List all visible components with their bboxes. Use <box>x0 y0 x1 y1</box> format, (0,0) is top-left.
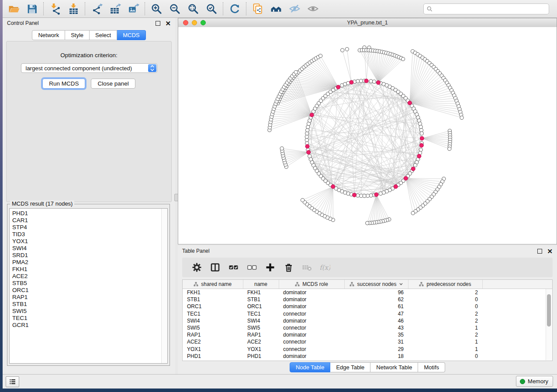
graph-node[interactable] <box>420 132 423 135</box>
cell-predecessor-nodes[interactable]: 0 <box>408 303 482 310</box>
cell-successor-nodes[interactable]: 46 <box>344 317 408 324</box>
deselect-all-button[interactable] <box>246 262 257 273</box>
graph-node[interactable] <box>369 194 373 197</box>
graph-node[interactable] <box>448 147 451 151</box>
column-header-shared-name[interactable]: shared name <box>183 280 243 289</box>
close-panel-icon[interactable]: ✕ <box>165 21 171 26</box>
cell-successor-nodes[interactable]: 35 <box>344 331 408 338</box>
graph-mcds-node[interactable] <box>411 167 415 171</box>
table-scrollbar[interactable] <box>546 289 552 360</box>
network-canvas[interactable] <box>178 27 557 244</box>
zoom-fit-button[interactable] <box>184 1 202 17</box>
graph-mcds-node[interactable] <box>353 193 356 197</box>
mcds-result-item[interactable]: GCR1 <box>12 322 167 329</box>
cell-predecessor-nodes[interactable]: 1 <box>408 324 482 331</box>
cell-shared-name[interactable]: ORC1 <box>183 303 243 310</box>
mcds-result-item[interactable]: PMA2 <box>12 259 167 266</box>
cell-name[interactable]: SWI5 <box>243 324 279 331</box>
graph-node[interactable] <box>419 125 422 129</box>
graph-node[interactable] <box>301 198 304 202</box>
mcds-result-item[interactable]: ORC1 <box>12 287 167 294</box>
cell-name[interactable]: TEC1 <box>243 310 279 317</box>
graph-node[interactable] <box>401 57 405 61</box>
hide-selected-button[interactable] <box>285 1 304 17</box>
close-panel-button[interactable]: Close panel <box>91 79 135 89</box>
graph-node[interactable] <box>341 48 344 52</box>
table-row[interactable]: SWI5SWI5connector431 <box>183 324 552 331</box>
graph-node[interactable] <box>280 147 284 150</box>
cell-name[interactable]: ORC1 <box>243 303 279 310</box>
cell-shared-name[interactable]: RAP1 <box>183 331 243 338</box>
float-table-panel-icon[interactable] <box>537 249 542 254</box>
cell-name[interactable]: PHD1 <box>243 353 279 360</box>
cell-predecessor-nodes[interactable]: 2 <box>408 331 482 338</box>
mcds-result-item[interactable]: SWI5 <box>12 308 167 315</box>
show-columns-button[interactable] <box>209 262 221 273</box>
graph-node[interactable] <box>419 128 423 132</box>
graph-node[interactable] <box>460 116 464 120</box>
graph-node[interactable] <box>305 135 308 138</box>
cell-name[interactable]: YOX1 <box>243 346 279 353</box>
table-row[interactable]: STB1STB1dominator620 <box>183 296 552 303</box>
graph-mcds-node[interactable] <box>376 81 380 85</box>
mcds-result-item[interactable]: TID3 <box>12 231 167 238</box>
graph-node[interactable] <box>414 163 417 167</box>
cell-predecessor-nodes[interactable]: 0 <box>408 296 482 303</box>
cell-successor-nodes[interactable]: 31 <box>344 338 408 345</box>
cell-predecessor-nodes[interactable]: 2 <box>408 310 482 317</box>
cell-predecessor-nodes[interactable]: 2 <box>408 317 482 324</box>
cell-name[interactable]: ACE2 <box>243 338 279 345</box>
mcds-result-item[interactable]: RAP1 <box>12 294 167 301</box>
graph-node[interactable] <box>366 194 370 197</box>
graph-mcds-node[interactable] <box>417 154 421 158</box>
maximize-window-icon[interactable] <box>201 20 206 25</box>
table-row[interactable]: YOX1YOX1connector291 <box>183 346 552 353</box>
graph-node[interactable] <box>359 79 363 83</box>
cell-MCDS-role[interactable]: dominator <box>279 289 344 296</box>
result-list-scrollbar[interactable] <box>161 209 167 363</box>
mcds-result-list[interactable]: PHD1CAR1STP4TID3YOX1SWI4SRD1PMA2FKH1ACE2… <box>9 208 168 364</box>
network-window-titlebar[interactable]: YPA_prune.txt_1 <box>178 18 557 28</box>
graph-node[interactable] <box>366 221 369 225</box>
graph-node[interactable] <box>363 194 366 198</box>
add-row-button[interactable] <box>264 262 276 273</box>
graph-mcds-node[interactable] <box>349 80 353 84</box>
import-table-button[interactable] <box>64 1 83 17</box>
cell-shared-name[interactable]: YOX1 <box>183 346 243 353</box>
open-file-button[interactable] <box>4 1 23 17</box>
cell-MCDS-role[interactable]: dominator <box>279 303 344 310</box>
delete-rows-button[interactable] <box>283 262 294 273</box>
graph-node[interactable] <box>418 122 422 125</box>
save-session-button[interactable] <box>23 1 41 17</box>
zoom-in-button[interactable] <box>147 1 166 17</box>
graph-node[interactable] <box>306 128 309 132</box>
graph-node[interactable] <box>372 80 376 83</box>
tab-node-table[interactable]: Node Table <box>290 362 331 372</box>
minimize-window-icon[interactable] <box>192 20 197 25</box>
cell-MCDS-role[interactable]: dominator <box>279 296 344 303</box>
optimization-criterion-dropdown[interactable]: largest connected component (undirected) <box>21 63 157 73</box>
import-network-button[interactable] <box>46 1 64 17</box>
tab-motifs[interactable]: Motifs <box>418 362 445 372</box>
mcds-result-item[interactable]: SWI4 <box>12 245 167 252</box>
column-header-MCDS-role[interactable]: MCDS role <box>279 280 344 289</box>
graph-node[interactable] <box>345 48 349 51</box>
cell-shared-name[interactable]: ACE2 <box>183 338 243 345</box>
mcds-result-item[interactable]: YOX1 <box>12 238 167 245</box>
graph-mcds-node[interactable] <box>307 150 311 154</box>
graph-mcds-node[interactable] <box>419 143 423 147</box>
search-input[interactable] <box>435 6 546 13</box>
table-scrollbar-thumb[interactable] <box>547 294 551 327</box>
cell-name[interactable]: FKH1 <box>243 289 279 296</box>
cell-successor-nodes[interactable]: 61 <box>344 303 408 310</box>
cell-predecessor-nodes[interactable]: 1 <box>408 346 482 353</box>
mcds-result-item[interactable]: SRD1 <box>12 252 167 259</box>
graph-node[interactable] <box>305 138 308 142</box>
tab-edge-table[interactable]: Edge Table <box>330 362 370 372</box>
table-row[interactable]: TEC1TEC1connector472 <box>183 310 552 317</box>
cell-predecessor-nodes[interactable]: 0 <box>408 353 482 360</box>
mcds-result-item[interactable]: CAR1 <box>12 217 167 224</box>
graph-node[interactable] <box>319 54 322 58</box>
column-header-predecessor-nodes[interactable]: predecessor nodes <box>408 280 482 289</box>
graph-mcds-node[interactable] <box>331 185 335 189</box>
